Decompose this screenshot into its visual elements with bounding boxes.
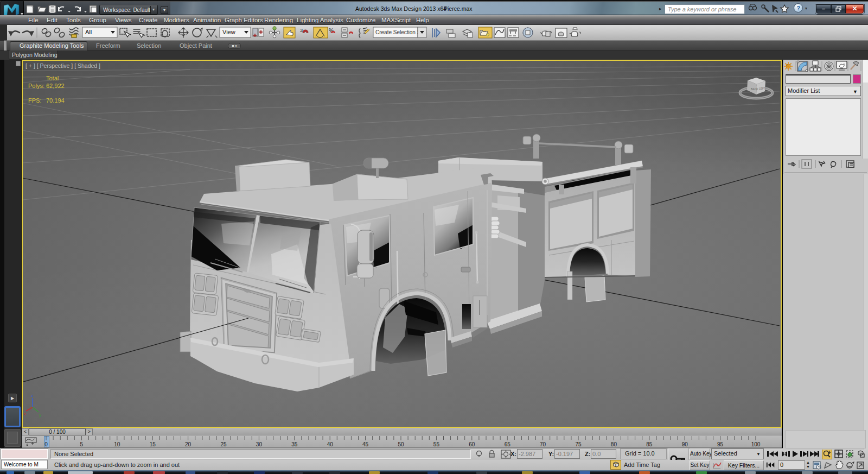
svg-text:80: 80 — [611, 441, 617, 447]
svg-text:10: 10 — [114, 441, 120, 447]
svg-text:LEFT: LEFT — [759, 87, 765, 90]
svg-text:x: x — [24, 412, 26, 416]
svg-text:y: y — [39, 413, 41, 418]
svg-text:65: 65 — [505, 441, 511, 447]
svg-text:25: 25 — [220, 441, 227, 447]
svg-text:70: 70 — [540, 441, 546, 447]
svg-text:Create Selection Se: Create Selection Se — [375, 29, 424, 35]
svg-text:85: 85 — [646, 441, 653, 447]
svg-text:20: 20 — [185, 441, 192, 447]
svg-text:BACK: BACK — [751, 87, 758, 91]
svg-text:All: All — [85, 29, 92, 35]
svg-text:40: 40 — [327, 441, 334, 447]
svg-text:35: 35 — [291, 441, 298, 447]
svg-text:View: View — [222, 29, 235, 35]
svg-text:30: 30 — [256, 441, 263, 447]
svg-text:90: 90 — [682, 441, 688, 447]
svg-text:5: 5 — [80, 441, 84, 447]
svg-text:75: 75 — [575, 441, 582, 447]
svg-text:60: 60 — [469, 441, 475, 447]
svg-text:0: 0 — [44, 441, 48, 447]
svg-text:15: 15 — [150, 441, 156, 447]
svg-text:55: 55 — [433, 441, 440, 447]
svg-text:95: 95 — [717, 441, 724, 447]
svg-text:50: 50 — [398, 441, 404, 447]
svg-text:3: 3 — [300, 28, 303, 33]
svg-text:z: z — [31, 393, 33, 398]
svg-text:100: 100 — [751, 441, 761, 447]
svg-text:45: 45 — [362, 441, 369, 447]
